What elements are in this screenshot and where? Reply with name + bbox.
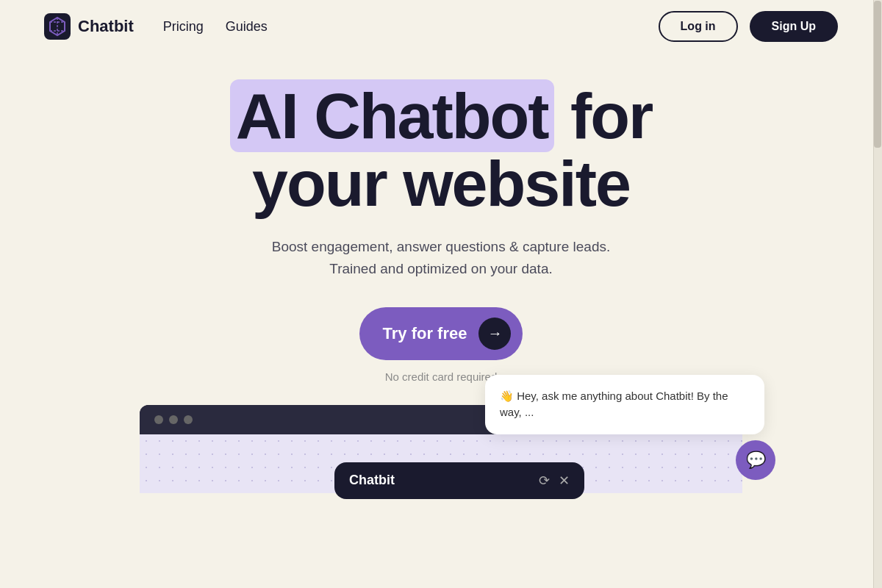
browser-dot-2 (169, 415, 178, 424)
scrollbar[interactable] (873, 0, 882, 588)
navbar: Chatbit Pricing Guides Log in Sign Up (0, 0, 882, 53)
logo-text: Chatbit (78, 17, 134, 36)
cta-arrow-icon: → (478, 318, 511, 350)
chatbit-widget: Chatbit ⟳ ✕ (334, 462, 584, 499)
nav-link-pricing[interactable]: Pricing (163, 19, 204, 34)
nav-item-guides[interactable]: Guides (226, 19, 268, 35)
nav-links: Pricing Guides (163, 19, 268, 35)
chat-float-button[interactable]: 💬 (736, 440, 775, 480)
scrollbar-thumb[interactable] (874, 1, 881, 148)
chat-float-icon: 💬 (746, 451, 766, 470)
navbar-left: Chatbit Pricing Guides (44, 13, 268, 40)
no-credit-text: No credit card required (385, 370, 498, 383)
chat-bubble-popup: 👋 Hey, ask me anything about Chatbit! By… (485, 375, 764, 434)
chatbit-widget-title: Chatbit (349, 473, 395, 488)
chatbit-widget-actions: ⟳ ✕ (539, 473, 570, 489)
hero-subtitle: Boost engagement, answer questions & cap… (257, 236, 625, 281)
logo[interactable]: Chatbit (44, 13, 134, 40)
chat-bubble-text: 👋 Hey, ask me anything about Chatbit! By… (500, 390, 728, 419)
browser-mockup-container: Chatbit ⟳ ✕ 👋 Hey, ask me anything about… (0, 405, 882, 493)
hero-title-website: your website (252, 147, 630, 220)
navbar-right: Log in Sign Up (659, 11, 838, 42)
browser-dot-3 (184, 415, 193, 424)
nav-link-guides[interactable]: Guides (226, 19, 268, 34)
cta-button-text: Try for free (383, 324, 467, 343)
nav-item-pricing[interactable]: Pricing (163, 19, 204, 35)
hero-title-for: for (570, 79, 652, 152)
chatbit-close-icon[interactable]: ✕ (559, 473, 570, 489)
hero-title-highlight: AI Chatbot (230, 79, 554, 152)
hero-title: AI Chatbot for your website (230, 82, 653, 218)
hero-section: AI Chatbot for your website Boost engage… (0, 53, 882, 383)
try-for-free-button[interactable]: Try for free → (359, 307, 523, 360)
login-button[interactable]: Log in (659, 11, 738, 42)
signup-button[interactable]: Sign Up (750, 11, 838, 42)
logo-icon (44, 13, 71, 40)
browser-dot-1 (154, 415, 163, 424)
chatbit-refresh-icon[interactable]: ⟳ (539, 473, 550, 489)
